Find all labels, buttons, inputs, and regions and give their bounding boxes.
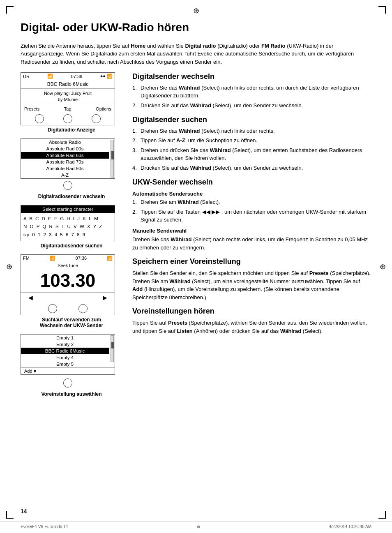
dr-icons: ●● 📶 — [100, 74, 113, 79]
digitalsender-suchen-steps: 1. Drehen Sie das Wählrad (Select) nach … — [132, 127, 371, 172]
fm-seektune: Seek tune — [21, 262, 115, 269]
fm-icons: 📶 — [107, 256, 113, 261]
tag-label: Tag — [64, 106, 71, 111]
presets-footer — [21, 376, 115, 390]
fm-dial-button-1[interactable] — [48, 304, 57, 313]
fm-next-icon: ▶ — [103, 294, 107, 301]
dr-caption: Digitalradio-Anzeige — [21, 127, 122, 133]
step-1-2: 2. Drücken Sie auf das Wählrad (Select),… — [132, 102, 371, 110]
options-label: Options — [96, 106, 111, 111]
ukw-step-1: 1. Drehen Sie am Wählrad (Select). — [132, 198, 371, 206]
right-column: Digitalsender wechseln 1. Drehen Sie das… — [132, 72, 371, 402]
dr-station: BBC Radio 6Music — [21, 80, 115, 89]
intro-text: Ziehen Sie die Antenne heraus, tippen Si… — [21, 42, 371, 66]
stations-screen-wrapper: Absolute Radio Absolute Rad 00s Absolute… — [21, 138, 115, 192]
fm-controls: ◀ ▶ — [21, 293, 115, 302]
auto-sendersuche-title: Automatische Sendersuche — [132, 191, 371, 197]
crosshair-top: ⊕ — [193, 6, 199, 15]
fm-label: FM — [23, 256, 30, 261]
content-layout: DR 📶 07:36 ●● 📶 BBC Radio 6Music Now pla… — [21, 72, 371, 402]
footer-right: 4/22/2014 10:26:40 AM — [329, 524, 371, 529]
station-item-1: Absolute Radio — [21, 139, 109, 145]
corner-mark-bl — [6, 511, 14, 519]
fm-frequency: 103.30 — [21, 269, 115, 293]
manual-senderwahl-title: Manuelle Senderwahl — [132, 228, 371, 234]
dr-signal: 📶 — [47, 74, 53, 79]
dr-nowplaying-line2: by Mtume — [58, 97, 78, 102]
crosshair-right: ⊕ — [380, 262, 386, 271]
char-grid: A B C D E F G H I J K L M N O P Q R S T … — [21, 213, 115, 241]
station-item-4: Absolute Rad 70s — [21, 159, 109, 165]
dr-buttons — [21, 113, 115, 125]
presets-list: Empty 1 Empty 2 BBC Radio 6Music Empty 4… — [21, 335, 115, 367]
char-caption: Digitalradiosender suchen — [21, 243, 122, 249]
dial-button-2[interactable] — [63, 114, 72, 123]
corner-mark-br — [378, 511, 386, 519]
preset-item-5: Empty 5 — [21, 361, 109, 367]
presets-dial-button[interactable] — [63, 378, 72, 388]
section-title-voreinstellung-speichern: Speichern einer Voreinstellung — [132, 257, 371, 266]
step-2-3: 3. Drehen und drücken Sie das Wählrad (S… — [132, 147, 371, 162]
presets-scroll-thumb — [111, 342, 114, 348]
fm-screen: FM 📶 07:36 📶 Seek tune 103.30 ◀ ▶ — [21, 254, 115, 315]
dr-nowplaying: Now playing: Juicy Fruit by Mtume — [21, 89, 115, 105]
footer-left: EvokeF4-V6-Euro.indb 14 — [21, 524, 68, 529]
presets-label: Presets — [24, 106, 39, 111]
char-title: Select starting character — [21, 205, 115, 213]
digitalsender-wechseln-steps: 1. Drehen Sie das Wählrad (Select) nach … — [132, 84, 371, 110]
step-1-1: 1. Drehen Sie das Wählrad (Select) nach … — [132, 84, 371, 100]
preset-item-2: Empty 2 — [21, 341, 109, 348]
station-item-3: Absolute Rad 60s — [21, 152, 109, 159]
dial-button-3[interactable] — [92, 114, 101, 123]
station-item-5: Absolute Rad 90s — [21, 165, 109, 172]
dial-button-1[interactable] — [35, 114, 44, 123]
dr-nowplaying-line1: Now playing: Juicy Fruit — [44, 91, 92, 96]
presets-add-label: Add ♥ — [21, 367, 115, 374]
footer-crosshair: ⊕ — [197, 524, 200, 529]
fm-statusbar: FM 📶 07:36 📶 — [21, 255, 115, 262]
stations-dial-button[interactable] — [63, 181, 72, 190]
fm-dial-button-2[interactable] — [78, 304, 88, 313]
crosshair-left: ⊕ — [6, 262, 12, 271]
stations-scrollbar[interactable] — [111, 140, 114, 178]
preset-item-4: Empty 4 — [21, 354, 109, 361]
section-title-voreinstellungen-horen: Voreinstellungen hören — [132, 307, 371, 316]
presets-screen: Empty 1 Empty 2 BBC Radio 6Music Empty 4… — [21, 334, 115, 375]
left-column: DR 📶 07:36 ●● 📶 BBC Radio 6Music Now pla… — [21, 72, 122, 402]
dr-footer: Presets Tag Options — [21, 105, 115, 113]
section-title-digitalsender-wechseln: Digitalsender wechseln — [132, 72, 371, 81]
ukw-step-2: 2. Tippen Sie auf die Tasten ◀◀ ▶▶ , um … — [132, 208, 371, 224]
corner-mark-tr — [378, 6, 386, 14]
fm-prev-icon: ◀ — [28, 294, 33, 301]
manual-senderwahl-text: Drehen Sie das Wählrad (Select) nach rec… — [132, 235, 371, 252]
stations-scroll-thumb — [111, 151, 114, 159]
section-title-digitalsender-suchen: Digitalsender suchen — [132, 115, 371, 124]
dr-screen: DR 📶 07:36 ●● 📶 BBC Radio 6Music Now pla… — [21, 72, 115, 125]
voreinstellung-speichern-text: Stellen Sie den Sender ein, den Sie spei… — [132, 269, 371, 301]
ukw-auto-steps: 1. Drehen Sie am Wählrad (Select). 2. Ti… — [132, 198, 371, 224]
voreinstellungen-horen-text: Tippen Sie auf Presets (Speicherplätze),… — [132, 319, 371, 335]
char-row-3: sp 0 1 2 3 4 5 6 7 8 9 — [23, 231, 112, 239]
presets-caption: Voreinstellung auswählen — [21, 391, 122, 397]
fm-time: 07:36 — [76, 256, 87, 261]
az-label: A-Z — [21, 172, 109, 178]
fm-buttons — [21, 302, 115, 315]
page-title: Digital- oder UKW-Radio hören — [21, 21, 371, 35]
char-screen: Select starting character A B C D E F G … — [21, 205, 115, 241]
fm-caption: Suchlauf verwenden zum Wechseln der UKW-… — [21, 317, 122, 328]
section-title-ukw-wechseln: UKW-Sender wechseln — [132, 178, 371, 187]
stations-screen: Absolute Radio Absolute Rad 00s Absolute… — [21, 138, 115, 179]
presets-screen-wrapper: Empty 1 Empty 2 BBC Radio 6Music Empty 4… — [21, 334, 115, 390]
char-row-1: A B C D E F G H I J K L M — [23, 215, 112, 223]
presets-scrollbar[interactable] — [111, 335, 114, 362]
stations-footer — [21, 179, 115, 192]
page-container: ⊕ ⊕ ⊕ Digital- oder UKW-Radio hören Zieh… — [0, 0, 392, 533]
page-number: 14 — [21, 508, 27, 515]
step-2-1: 1. Drehen Sie das Wählrad (Select) nach … — [132, 127, 371, 135]
preset-item-3: BBC Radio 6Music — [21, 348, 109, 354]
dr-statusbar: DR 📶 07:36 ●● 📶 — [21, 73, 115, 80]
stations-list: Absolute Radio Absolute Rad 00s Absolute… — [21, 139, 115, 178]
char-row-2: N O P Q R S T U V W X Y Z — [23, 223, 112, 231]
dr-time: 07:36 — [71, 74, 83, 79]
stations-caption: Digitalradiosender wechseln — [21, 194, 122, 199]
